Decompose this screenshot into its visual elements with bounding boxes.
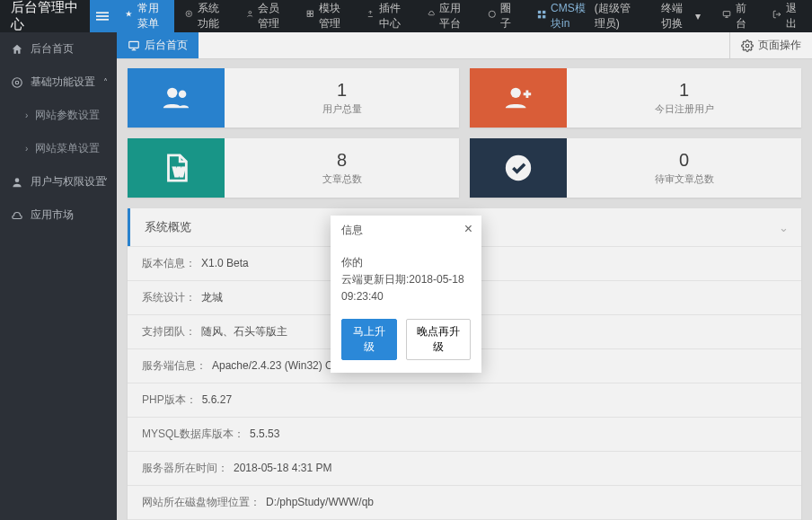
upgrade-later-button[interactable]: 晚点再升级 xyxy=(406,319,471,360)
modal-line2: 云端更新日期:2018-05-18 09:23:40 xyxy=(341,271,471,305)
modal-title: 信息 xyxy=(331,216,481,245)
upgrade-now-button[interactable]: 马上升级 xyxy=(341,319,397,360)
modal-mask: 信息 × 你的 云端更新日期:2018-05-18 09:23:40 马上升级 … xyxy=(0,0,812,520)
close-icon[interactable]: × xyxy=(464,221,472,237)
modal-line1: 你的 xyxy=(341,254,471,271)
info-modal: 信息 × 你的 云端更新日期:2018-05-18 09:23:40 马上升级 … xyxy=(331,216,481,373)
